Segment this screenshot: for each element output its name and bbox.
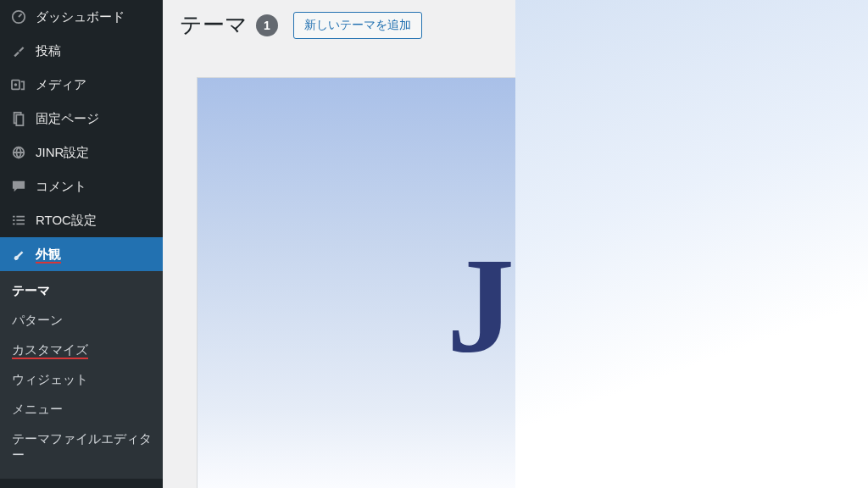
theme-preview-card[interactable]: J <box>197 77 515 488</box>
svg-point-2 <box>14 83 18 86</box>
submenu-editor[interactable]: テーマファイルエディター <box>0 424 163 470</box>
media-icon <box>10 76 27 93</box>
svg-rect-9 <box>16 219 25 221</box>
menu-label: ダッシュボード <box>36 9 125 25</box>
submenu-patterns[interactable]: パターン <box>0 306 163 336</box>
svg-rect-7 <box>16 216 25 218</box>
menu-jinr[interactable]: JINR設定 <box>0 136 163 169</box>
list-icon <box>10 212 27 229</box>
submenu-customize[interactable]: カスタマイズ <box>0 336 163 365</box>
svg-rect-8 <box>13 219 15 221</box>
main-content: テーマ 1 新しいテーマを追加 J 現在のテーマ JIN:R 変更 基本設定 ›… <box>163 0 515 488</box>
menu-label: メディア <box>36 77 86 93</box>
svg-rect-4 <box>16 115 23 126</box>
appearance-submenu: テーマ パターン カスタマイズ ウィジェット メニュー テーマファイルエディター <box>0 271 163 479</box>
dashboard-icon <box>10 8 27 25</box>
menu-comments[interactable]: コメント <box>0 169 163 203</box>
add-theme-button[interactable]: 新しいテーマを追加 <box>293 12 422 39</box>
brush-icon <box>10 246 27 263</box>
svg-rect-11 <box>16 224 25 225</box>
globe-icon <box>10 144 27 161</box>
submenu-menus[interactable]: メニュー <box>0 395 163 424</box>
menu-rtoc[interactable]: RTOC設定 <box>0 203 163 237</box>
menu-label: RTOC設定 <box>36 213 97 229</box>
menu-pages[interactable]: 固定ページ <box>0 102 163 136</box>
menu-label: 外観 <box>36 247 61 263</box>
menu-label: コメント <box>36 179 86 195</box>
main-header: テーマ 1 新しいテーマを追加 <box>163 0 515 43</box>
theme-preview-letter: J <box>447 228 515 385</box>
admin-sidebar: ダッシュボード 投稿 メディア 固定ページ JINR設定 コメント RTOC設定… <box>0 0 163 488</box>
menu-media[interactable]: メディア <box>0 68 163 102</box>
preview-background <box>515 0 868 488</box>
comment-icon <box>10 178 27 195</box>
page-icon <box>10 110 27 127</box>
menu-appearance[interactable]: 外観 <box>0 237 163 271</box>
menu-posts[interactable]: 投稿 <box>0 34 163 68</box>
submenu-themes[interactable]: テーマ <box>0 276 163 306</box>
submenu-widgets[interactable]: ウィジェット <box>0 365 163 395</box>
pin-icon <box>10 42 27 59</box>
menu-label: JINR設定 <box>36 145 89 161</box>
menu-label: 固定ページ <box>36 111 99 127</box>
svg-rect-6 <box>13 216 15 218</box>
menu-dashboard[interactable]: ダッシュボード <box>0 0 163 34</box>
theme-count-badge: 1 <box>256 14 278 36</box>
menu-label: 投稿 <box>36 43 61 59</box>
svg-rect-10 <box>13 224 15 225</box>
page-title: テーマ 1 <box>180 10 278 40</box>
